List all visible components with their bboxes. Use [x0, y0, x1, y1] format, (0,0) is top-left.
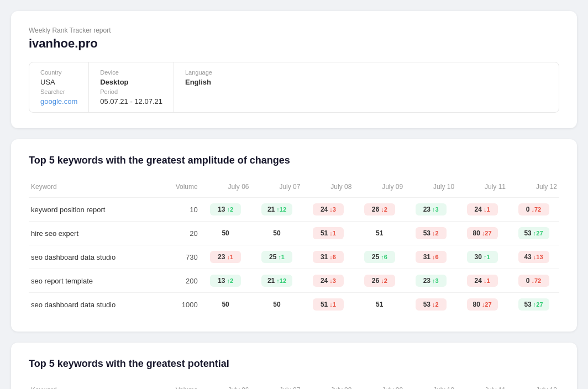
rank-box: 24↓1 [467, 275, 498, 287]
report-domain: ivanhoe.pro [29, 36, 559, 51]
meta-language: Language English [174, 62, 559, 112]
rank-box: 53↓2 [416, 298, 447, 311]
rank-cell: 24↓3 [302, 269, 354, 293]
rank-value: 21 [267, 277, 275, 285]
delta-up: ↑2 [227, 206, 233, 213]
delta-down: ↓27 [482, 230, 492, 236]
rank-value: 43 [524, 253, 531, 261]
rank-cell: 24↓1 [456, 269, 508, 293]
col-jul9: July 09 [354, 383, 405, 389]
rank-value: 23 [423, 206, 431, 213]
rank-cell: 31↓6 [405, 245, 456, 269]
header-card: Weekly Rank Tracker report ivanhoe.pro C… [11, 11, 577, 128]
rank-cell: 51 [354, 293, 405, 317]
rank-cell: 51↓1 [302, 293, 354, 317]
keyword-cell: seo report template [29, 269, 157, 293]
keyword-cell: keyword position report [29, 198, 157, 222]
table-row: keyword position report1013↑221↑1224↓326… [29, 198, 559, 222]
delta-up: ↑12 [276, 206, 286, 213]
rank-value: 21 [267, 206, 275, 213]
rank-value: 13 [218, 206, 225, 213]
rank-cell: 51↓1 [302, 222, 354, 245]
rank-box: 23↑3 [416, 275, 447, 287]
delta-down: ↓72 [531, 277, 541, 284]
rank-box: 51 [364, 298, 395, 311]
rank-cell: 25↑1 [251, 245, 303, 269]
col-jul9: July 09 [354, 180, 405, 198]
rank-box: 31↓6 [416, 251, 447, 263]
rank-box: 25↑6 [364, 251, 395, 263]
rank-box: 13↑2 [210, 275, 241, 287]
delta-down: ↓3 [329, 206, 336, 213]
rank-cell: 30↑1 [456, 245, 508, 269]
rank-cell: 31↓6 [302, 245, 354, 269]
rank-cell: 23↓1 [200, 245, 251, 269]
col-jul6: July 06 [200, 180, 251, 198]
rank-value: 50 [222, 229, 229, 237]
rank-cell: 23↑3 [405, 269, 456, 293]
col-jul8: July 08 [302, 180, 354, 198]
col-jul10: July 10 [405, 383, 456, 389]
col-jul11: July 11 [456, 383, 508, 389]
rank-box: 25↑1 [261, 251, 292, 263]
potential-title: Top 5 keywords with the greatest potenti… [29, 358, 559, 370]
col-volume: Volume [157, 180, 200, 198]
rank-value: 25 [269, 253, 276, 261]
rank-value: 51 [376, 229, 383, 237]
rank-cell: 21↑12 [251, 269, 303, 293]
rank-cell: 25↑6 [354, 245, 405, 269]
rank-value: 26 [372, 206, 379, 213]
rank-cell: 53↑27 [508, 293, 559, 317]
rank-box: 21↑12 [261, 203, 292, 215]
rank-value: 53 [524, 301, 531, 308]
rank-box: 53↑27 [518, 298, 549, 311]
delta-up: ↑3 [432, 277, 439, 284]
rank-value: 24 [475, 206, 482, 213]
rank-cell: 50 [251, 222, 303, 245]
rank-box: 23↑3 [416, 203, 447, 215]
delta-down: ↓1 [227, 254, 233, 260]
rank-cell: 50 [200, 222, 251, 245]
rank-box: 26↓2 [364, 275, 395, 287]
delta-down: ↓1 [484, 277, 490, 284]
col-jul6: July 06 [200, 383, 251, 389]
rank-cell: 53↑27 [508, 222, 559, 245]
keyword-cell: hire seo expert [29, 222, 157, 245]
rank-cell: 50 [251, 293, 303, 317]
amplitude-table: Keyword Volume July 06 July 07 July 08 J… [29, 180, 559, 316]
delta-up: ↑12 [276, 277, 286, 284]
table-row: seo dashboard data studio1000505051↓1515… [29, 293, 559, 317]
meta-row: Country USA Searcher google.com Device D… [29, 62, 559, 113]
rank-box: 21↑12 [261, 275, 292, 287]
rank-value: 0 [526, 277, 530, 285]
rank-value: 24 [321, 206, 328, 213]
table-row: seo report template20013↑221↑1224↓326↓22… [29, 269, 559, 293]
rank-box: 80↓27 [467, 227, 498, 239]
rank-value: 51 [321, 301, 328, 308]
delta-up: ↑1 [484, 254, 490, 260]
delta-up: ↑27 [533, 301, 543, 308]
delta-up: ↑6 [381, 254, 387, 260]
rank-box: 30↑1 [467, 251, 498, 263]
report-subtitle: Weekly Rank Tracker report [29, 27, 559, 34]
rank-cell: 26↓2 [354, 198, 405, 222]
delta-down: ↓72 [531, 206, 541, 213]
col-keyword: Keyword [29, 383, 157, 389]
delta-down: ↓2 [432, 230, 439, 236]
rank-box: 23↓1 [210, 251, 241, 263]
rank-box: 53↑27 [518, 227, 549, 239]
rank-cell: 80↓27 [456, 293, 508, 317]
potential-table-header: Keyword Volume July 06 July 07 July 08 J… [29, 383, 559, 389]
rank-value: 53 [423, 229, 431, 237]
meta-country: Country USA Searcher google.com [29, 62, 89, 112]
rank-cell: 53↓2 [405, 222, 456, 245]
rank-cell: 26↓2 [354, 269, 405, 293]
col-jul7: July 07 [251, 180, 303, 198]
rank-cell: 23↑3 [405, 198, 456, 222]
rank-box: 26↓2 [364, 203, 395, 215]
rank-value: 13 [218, 277, 225, 285]
rank-value: 50 [273, 229, 280, 237]
rank-cell: 43↓13 [508, 245, 559, 269]
rank-cell: 50 [200, 293, 251, 317]
rank-box: 50 [210, 298, 241, 311]
